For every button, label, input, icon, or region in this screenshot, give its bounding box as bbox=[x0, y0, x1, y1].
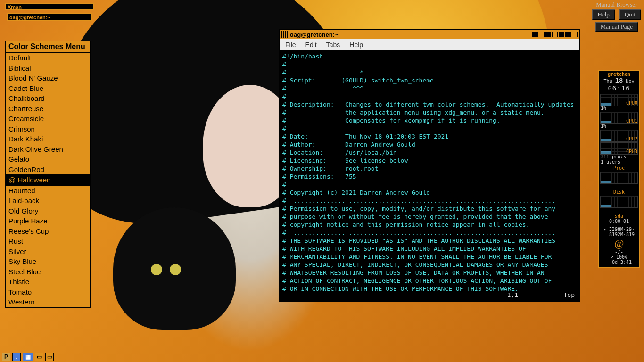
conky-disk-graph bbox=[600, 196, 638, 208]
conky-users: 1 users bbox=[599, 159, 639, 165]
menu-tabs[interactable]: Tabs bbox=[326, 41, 340, 49]
conky-net-line: ➚ 100% bbox=[599, 255, 639, 260]
menu-item[interactable]: Tomato bbox=[6, 287, 90, 297]
xman-quit-button[interactable]: Quit bbox=[619, 9, 641, 20]
conky-section-proc: Proc bbox=[599, 165, 639, 171]
conky-hostname: gretchen bbox=[599, 72, 639, 77]
cursor-position: 1,1 bbox=[507, 291, 518, 298]
conky-procs: 311 procs bbox=[599, 154, 639, 159]
conky-sda-value: 0:00 01 bbox=[599, 219, 639, 224]
taskbar: P ♪ ▦ ▭ ▭ bbox=[0, 352, 56, 362]
conky-date-weekday: Thu bbox=[603, 79, 615, 84]
wallpaper-cat-eye bbox=[151, 264, 162, 275]
terminal-title: dag@gretchen:~ bbox=[290, 31, 339, 38]
tray-app-icon[interactable]: ▭ bbox=[45, 353, 54, 361]
conky-cpu-label: CPU3 bbox=[599, 149, 639, 154]
xman-manual-page-button[interactable]: Manual Page bbox=[595, 22, 638, 32]
menu-item[interactable]: Steel Blue bbox=[6, 267, 90, 277]
conky-mem2: 8192M·819 bbox=[609, 232, 635, 237]
menu-item[interactable]: Default bbox=[6, 53, 90, 63]
window-button-icon[interactable] bbox=[539, 32, 545, 37]
menu-item[interactable]: Silver bbox=[6, 247, 90, 257]
terminal-menubar: File Edit Tabs Help bbox=[280, 39, 579, 50]
at-icon: @ bbox=[599, 237, 639, 249]
conky-panel: gretchen Thu 18 Nov 06:16 CPU01%CPU11%CP… bbox=[598, 70, 640, 268]
menu-help[interactable]: Help bbox=[349, 41, 363, 49]
xman-title: Manual Browser bbox=[592, 1, 641, 8]
menu-item[interactable]: Sky Blue bbox=[6, 256, 90, 267]
menu-title: Color Schemes Menu bbox=[6, 41, 90, 53]
window-button-icon[interactable] bbox=[545, 32, 551, 37]
conky-net-rate: -/- bbox=[599, 249, 639, 255]
terminal-window: dag@gretchen:~ File Edit Tabs Help #!/bi… bbox=[279, 29, 580, 302]
window-buttons bbox=[532, 32, 579, 37]
menu-item[interactable]: Creamsicle bbox=[6, 114, 90, 124]
menu-item[interactable]: Crimson bbox=[6, 124, 90, 134]
menu-item[interactable]: Blood N' Gauze bbox=[6, 73, 90, 83]
xman-panel: Manual Browser Help Quit Manual Page bbox=[592, 1, 641, 32]
menu-item[interactable]: Chartreuse bbox=[6, 104, 90, 114]
menu-item[interactable]: Western bbox=[6, 297, 90, 307]
conky-cpu-value: 1% bbox=[599, 106, 639, 111]
menu-item[interactable]: Haunted bbox=[6, 186, 90, 196]
conky-cpu-label: CPU1 bbox=[599, 118, 639, 123]
conky-net-pct: 100% bbox=[616, 255, 627, 260]
menu-item[interactable]: @ Halloween bbox=[6, 174, 90, 186]
conky-proc-graph bbox=[600, 172, 638, 184]
window-button-icon[interactable] bbox=[572, 32, 578, 37]
menu-item[interactable]: Thistle bbox=[6, 277, 90, 287]
conky-date: Thu 18 Nov bbox=[599, 77, 639, 84]
conky-mem-line: ✦ 3398M·29· bbox=[599, 227, 639, 232]
iconified-terminal[interactable]: dag@gretchen:~ bbox=[7, 13, 92, 21]
conky-date-day: 18 bbox=[615, 77, 623, 84]
tray-volume-icon[interactable]: ♪ bbox=[12, 353, 21, 361]
conky-section-disk: Disk bbox=[599, 189, 639, 195]
terminal-statusline: 1,1 Top bbox=[564, 291, 575, 298]
menu-item[interactable]: Gelato bbox=[6, 154, 90, 165]
window-button-icon[interactable] bbox=[565, 32, 571, 37]
menu-item[interactable]: Cadet Blue bbox=[6, 83, 90, 94]
conky-mem-line: 8192M·819 bbox=[599, 232, 639, 237]
window-grip-icon[interactable] bbox=[281, 31, 288, 38]
menu-file[interactable]: File bbox=[285, 41, 296, 49]
tray-desktops-icon[interactable]: ▦ bbox=[23, 353, 33, 361]
window-button-icon[interactable] bbox=[532, 32, 538, 37]
xman-help-button[interactable]: Help bbox=[592, 9, 615, 20]
menu-item[interactable]: Rust bbox=[6, 236, 90, 247]
conky-clock: 06:16 bbox=[599, 84, 639, 92]
iconified-xman[interactable]: Xman bbox=[5, 3, 94, 10]
menu-item[interactable]: Laid-back bbox=[6, 196, 90, 206]
menu-item[interactable]: Purple Haze bbox=[6, 216, 90, 226]
menu-item[interactable]: Chalkboard bbox=[6, 93, 90, 104]
scroll-indicator: Top bbox=[564, 291, 575, 298]
conky-cpu-label: CPU2 bbox=[599, 136, 639, 141]
conky-date-month: Nov bbox=[623, 79, 634, 84]
conky-uptime-value: 0d 3:41 bbox=[612, 260, 632, 265]
menu-edit[interactable]: Edit bbox=[305, 41, 317, 49]
menu-item[interactable]: Reese's Cup bbox=[6, 226, 90, 237]
terminal-titlebar[interactable]: dag@gretchen:~ bbox=[280, 30, 579, 39]
menu-item[interactable]: Old Glory bbox=[6, 206, 90, 216]
window-button-icon[interactable] bbox=[559, 32, 564, 37]
conky-mem1: 3398M·29· bbox=[609, 227, 635, 232]
menu-item[interactable]: Dark Khaki bbox=[6, 134, 90, 144]
conky-cpu-value: 1% bbox=[599, 123, 639, 129]
window-button-icon[interactable] bbox=[552, 32, 558, 37]
tray-app-icon[interactable]: ▭ bbox=[35, 353, 43, 361]
pager-icon[interactable]: P bbox=[2, 353, 10, 361]
terminal-body[interactable]: #!/bin/bash # # . * . # Script: (GOULD) … bbox=[280, 50, 579, 301]
menu-item[interactable]: GoldenRod bbox=[6, 165, 90, 175]
conky-cpu-label: CPU0 bbox=[599, 100, 639, 106]
color-schemes-menu: Color Schemes Menu DefaultBiblicalBlood … bbox=[5, 41, 91, 308]
conky-sda-label: sda bbox=[599, 214, 639, 219]
wallpaper-cat-eye bbox=[170, 264, 181, 275]
menu-item[interactable]: Biblical bbox=[6, 63, 90, 74]
menu-item[interactable]: Dark Olive Green bbox=[6, 144, 90, 155]
conky-uptime: 0d 3:41 bbox=[599, 260, 639, 265]
